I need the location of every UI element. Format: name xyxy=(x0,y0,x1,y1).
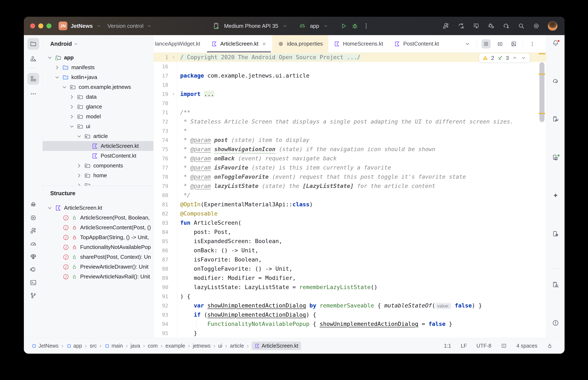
code-text[interactable]: * @param onBack (event) request navigate… xyxy=(177,154,546,163)
tool-window-button-project[interactable] xyxy=(27,38,39,50)
code-text[interactable]: * @param isFavorite (state) is this item… xyxy=(177,163,546,172)
breadcrumb-src[interactable]: src xyxy=(90,343,97,349)
warning-stripe-mark[interactable] xyxy=(539,53,545,54)
line-number[interactable]: 84 xyxy=(154,229,170,235)
tree-item-PostContent.kt[interactable]: PostContent.kt xyxy=(43,151,153,161)
line-number[interactable]: 87 xyxy=(154,257,170,263)
fold-gutter[interactable] xyxy=(170,55,177,59)
code-text[interactable]: post: Post, xyxy=(177,228,546,237)
line-number[interactable]: 82 xyxy=(154,211,170,217)
structure-item[interactable]: fTopAppBar(String, () -> Unit, xyxy=(43,232,153,242)
warning-stripe-mark[interactable] xyxy=(539,74,545,75)
line-number[interactable]: 91 xyxy=(154,293,170,300)
chevron-right-icon[interactable] xyxy=(171,55,176,59)
line-number[interactable]: 72 xyxy=(154,119,170,125)
tool-window-button-terminal[interactable] xyxy=(27,279,39,286)
project-view-selector[interactable]: Android xyxy=(50,41,72,47)
settings-icon[interactable] xyxy=(533,22,540,29)
tool-window-button-structure[interactable] xyxy=(27,73,39,85)
apply-restart-icon[interactable] xyxy=(472,22,480,29)
code-text[interactable]: * @param post (state) item to display xyxy=(177,135,546,145)
line-number[interactable]: 17 xyxy=(154,73,170,79)
tool-window-button-logcat[interactable] xyxy=(27,266,39,273)
hidden-tabs-button[interactable] xyxy=(463,39,472,49)
build-hammer-icon[interactable] xyxy=(442,22,449,29)
code-text[interactable]: isExpandedScreen: Boolean, xyxy=(177,237,546,246)
chevron-down-icon[interactable] xyxy=(54,74,61,81)
code-text[interactable] xyxy=(177,80,546,90)
chevron-down-icon[interactable] xyxy=(76,133,82,140)
tree-item-ArticleScreen.kt[interactable]: ArticleScreen.kt xyxy=(43,141,153,151)
code-text[interactable]: isFavorite: Boolean, xyxy=(177,255,546,264)
line-number[interactable]: 76 xyxy=(154,155,170,162)
tree-item-ui[interactable]: ui xyxy=(43,121,153,131)
code-text[interactable]: * @param onToggleFavorite (event) reques… xyxy=(177,172,546,181)
line-number[interactable]: 88 xyxy=(154,266,170,272)
structure-item[interactable]: fArticleScreenContent(Post, () xyxy=(43,223,153,232)
close-window-button[interactable] xyxy=(30,23,35,28)
tree-item-home[interactable]: home xyxy=(43,171,153,180)
chevron-right-icon[interactable] xyxy=(68,103,75,110)
editor-options-button[interactable] xyxy=(528,39,537,49)
breadcrumb-article[interactable]: article xyxy=(230,343,244,349)
debug-button[interactable] xyxy=(351,22,358,29)
line-number[interactable]: 71 xyxy=(154,110,170,115)
tool-window-button-more-tool-windows[interactable] xyxy=(27,88,39,100)
code-text[interactable]: * Stateless Article Screen that displays… xyxy=(177,117,546,126)
tool-window-button-profiler[interactable] xyxy=(27,214,39,222)
line-separator[interactable]: LF xyxy=(461,343,467,349)
attach-debugger-icon[interactable] xyxy=(487,22,495,29)
code-text[interactable]: lazyListState: LazyListState = rememberL… xyxy=(177,283,546,292)
chevron-right-icon[interactable] xyxy=(76,172,82,179)
maximize-window-button[interactable] xyxy=(46,23,51,28)
line-number[interactable]: 81 xyxy=(154,202,170,208)
code-text[interactable] xyxy=(177,62,546,71)
code-text[interactable]: @Composable xyxy=(177,209,546,218)
line-number[interactable]: 89 xyxy=(154,275,170,281)
line-number[interactable]: 1 xyxy=(154,54,170,60)
tool-window-button-gemini[interactable] xyxy=(550,192,561,200)
caret-position[interactable]: 1:1 xyxy=(444,343,451,349)
run-button[interactable] xyxy=(340,22,347,29)
line-number[interactable]: 16 xyxy=(154,64,170,70)
line-number[interactable]: 92 xyxy=(154,303,170,309)
code-text[interactable]: */ xyxy=(177,191,546,200)
chevron-down-icon[interactable] xyxy=(68,123,75,130)
chevron-right-icon[interactable] xyxy=(68,94,75,100)
code-text[interactable]: if (showUnimplementedActionDialog) { xyxy=(177,310,546,319)
line-number[interactable]: 93 xyxy=(154,312,170,318)
structure-item[interactable]: fPreviewArticleDrawer(): Unit xyxy=(43,262,153,272)
code-text[interactable]: @OptIn(ExperimentalMaterial3Api::class) xyxy=(177,200,546,209)
tool-window-button-gradle[interactable] xyxy=(550,77,561,85)
code-text[interactable]: fun ArticleScreen( xyxy=(177,218,546,228)
line-number[interactable]: 74 xyxy=(154,137,170,143)
tool-window-button-device-mirroring[interactable] xyxy=(550,230,561,238)
typo-count[interactable]: 3 xyxy=(506,55,509,61)
warning-stripe-mark[interactable] xyxy=(539,113,545,114)
unlock-icon[interactable] xyxy=(547,343,553,349)
breadcrumb-com[interactable]: com xyxy=(148,343,158,349)
code-text[interactable]: ) { xyxy=(177,292,546,301)
tool-window-button-problems[interactable] xyxy=(550,319,561,327)
tree-item-clipped[interactable] xyxy=(43,180,153,186)
code-text[interactable]: * @param lazyListState (state) the [Lazy… xyxy=(177,181,546,191)
tab-lanceAppWidget.kt[interactable]: lanceAppWidget.kt xyxy=(154,35,206,53)
chevron-right-icon[interactable] xyxy=(76,182,82,186)
breadcrumb-ui[interactable]: ui xyxy=(218,343,222,349)
user-avatar[interactable] xyxy=(548,21,557,31)
chevron-down-icon[interactable] xyxy=(61,84,68,91)
line-number[interactable]: 86 xyxy=(154,247,170,254)
warning-count[interactable]: 2 xyxy=(491,55,494,61)
file-encoding[interactable]: UTF-8 xyxy=(476,343,491,349)
tree-item-article[interactable]: article xyxy=(43,131,153,141)
breadcrumb-ArticleScreen.kt[interactable]: ArticleScreen.kt xyxy=(251,342,301,350)
code-text[interactable]: onToggleFavorite: () -> Unit, xyxy=(177,264,546,273)
breadcrumb-jetnews[interactable]: jetnews xyxy=(193,343,210,349)
more-actions-button[interactable] xyxy=(363,22,370,29)
code-text[interactable]: * @param showNavigationIcon (state) if t… xyxy=(177,145,546,154)
code-text[interactable]: package com.example.jetnews.ui.article xyxy=(177,71,546,80)
tool-window-button-notifications[interactable] xyxy=(550,39,561,47)
tool-window-button-resource-manager[interactable] xyxy=(27,53,39,65)
line-number[interactable]: 18 xyxy=(154,82,170,88)
tab-PostContent.kt[interactable]: PostContent.kt xyxy=(388,35,445,53)
